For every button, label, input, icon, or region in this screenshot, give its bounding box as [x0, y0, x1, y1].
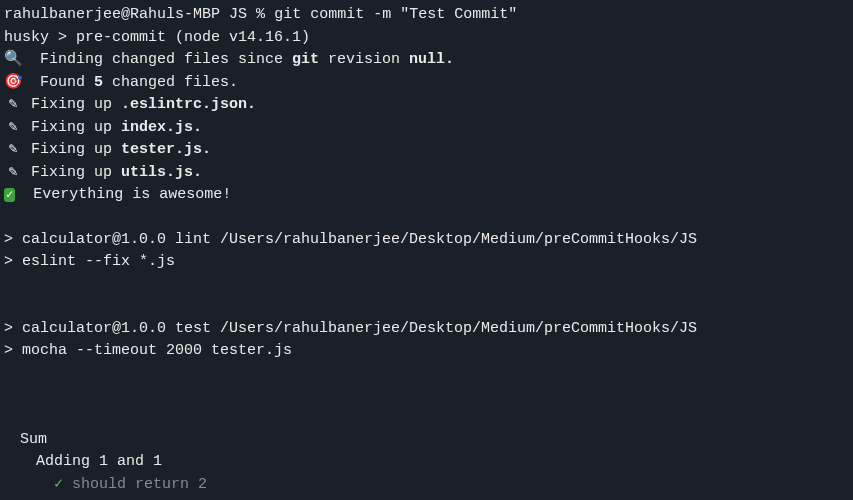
- finding-line: 🔍 Finding changed files since git revisi…: [0, 49, 853, 72]
- terminal-output: rahulbanerjee@Rahuls-MBP JS % git commit…: [0, 4, 853, 500]
- git-command: git commit -m "Test Commit": [274, 6, 517, 23]
- blank-line: [0, 385, 853, 407]
- prompt-cwd: JS: [229, 6, 247, 23]
- pencil-icon: ✎: [4, 117, 22, 140]
- prompt-user-host: rahulbanerjee@Rahuls-MBP: [4, 6, 220, 23]
- pencil-icon: ✎: [4, 94, 22, 117]
- prompt-line: rahulbanerjee@Rahuls-MBP JS % git commit…: [0, 4, 853, 27]
- prompt-symbol: %: [256, 6, 265, 23]
- blank-line: [0, 496, 853, 500]
- fixing-line-1: ✎ Fixing up .eslintrc.json.: [0, 94, 853, 117]
- fixing-line-2: ✎ Fixing up index.js.: [0, 117, 853, 140]
- pencil-icon: ✎: [4, 162, 22, 185]
- blank-line: [0, 207, 853, 229]
- target-icon: 🎯: [4, 72, 22, 95]
- blank-line: [0, 363, 853, 385]
- husky-line: husky > pre-commit (node v14.16.1): [0, 27, 853, 50]
- check-icon: ✓: [54, 476, 63, 493]
- mocha-test-pass: ✓ should return 2: [0, 474, 853, 497]
- npm-lint-line: > calculator@1.0.0 lint /Users/rahulbane…: [0, 229, 853, 252]
- blank-line: [0, 407, 853, 429]
- mocha-suite-sum: Sum: [0, 429, 853, 452]
- npm-mocha-line: > mocha --timeout 2000 tester.js: [0, 340, 853, 363]
- check-icon: ✓: [4, 188, 15, 202]
- pencil-icon: ✎: [4, 139, 22, 162]
- npm-eslint-line: > eslint --fix *.js: [0, 251, 853, 274]
- magnifier-icon: 🔍: [4, 49, 22, 72]
- blank-line: [0, 296, 853, 318]
- fixing-line-4: ✎ Fixing up utils.js.: [0, 162, 853, 185]
- npm-test-line: > calculator@1.0.0 test /Users/rahulbane…: [0, 318, 853, 341]
- mocha-context-adding: Adding 1 and 1: [0, 451, 853, 474]
- blank-line: [0, 274, 853, 296]
- found-line: 🎯 Found 5 changed files.: [0, 72, 853, 95]
- everything-line: ✓ Everything is awesome!: [0, 184, 853, 207]
- fixing-line-3: ✎ Fixing up tester.js.: [0, 139, 853, 162]
